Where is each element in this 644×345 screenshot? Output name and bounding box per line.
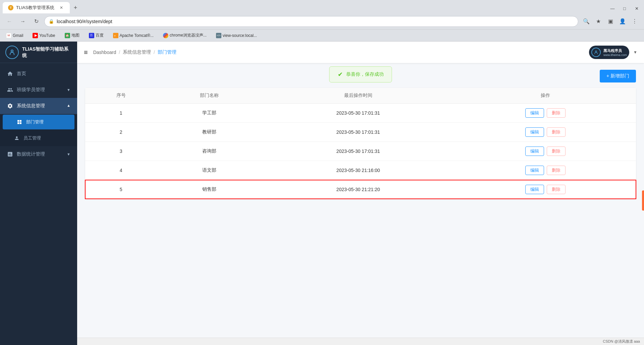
col-id: 序号: [85, 88, 157, 104]
cell-actions: 编辑删除: [455, 104, 636, 123]
sidebar-item-data-mgmt-label: 数据统计管理: [17, 151, 45, 157]
sidebar-item-system-mgmt[interactable]: 系统信息管理 ▼: [0, 98, 77, 114]
breadcrumb: Dashboard / 系统信息管理 / 部门管理: [93, 49, 176, 55]
bookmark-baidu-label: 百度: [96, 33, 104, 38]
cell-name: 咨询部: [157, 142, 262, 161]
table-row: 2教研部2023-05-30 17:01:31编辑删除: [85, 123, 636, 142]
users-icon: [7, 87, 13, 93]
bookmark-youtube[interactable]: YouTube: [31, 32, 57, 39]
tab-favicon: T: [8, 5, 13, 10]
sidebar-item-class-mgmt[interactable]: 班级学员管理 ▼: [0, 82, 77, 98]
new-tab-button[interactable]: +: [70, 2, 81, 13]
edit-button-3[interactable]: 编辑: [525, 147, 544, 156]
cell-id: 3: [85, 142, 157, 161]
cell-actions: 编辑删除: [455, 123, 636, 142]
gmail-favicon: M: [6, 33, 11, 38]
toolbar-icons: 🔍 ★ ▣ 👤 ⋮: [581, 16, 640, 27]
sidebar-navigation: 首页 班级学员管理 ▼ 系统信息管理 ▼: [0, 63, 77, 345]
app-container: TLIAS智能学习辅助系统 首页 班级学员管理 ▼: [0, 42, 644, 345]
dept-table: 序号 部门名称 最后操作时间 操作 1学工部2023-05-30 17:01:3…: [85, 88, 636, 199]
sidebar: TLIAS智能学习辅助系统 首页 班级学员管理 ▼: [0, 42, 77, 345]
bookmark-gmail-label: Gmail: [13, 33, 23, 38]
delete-button-4[interactable]: 删除: [547, 166, 566, 175]
cell-name: 销售部: [157, 180, 262, 199]
cell-id: 2: [85, 123, 157, 142]
status-text: CSDN @清风微凛 aaa: [603, 339, 640, 344]
breadcrumb-system-mgmt[interactable]: 系统信息管理: [123, 49, 151, 55]
tab-close-button[interactable]: ✕: [58, 5, 64, 11]
menu-btn[interactable]: ⋮: [629, 16, 640, 27]
add-dept-button[interactable]: + 新增部门: [600, 70, 636, 82]
reload-button[interactable]: ↻: [31, 16, 42, 27]
cell-actions: 编辑删除: [455, 180, 636, 199]
bookmark-star-btn[interactable]: ★: [593, 16, 604, 27]
col-time: 最后操作时间: [262, 88, 455, 104]
logo-icon: [5, 46, 19, 59]
cell-name: 教研部: [157, 123, 262, 142]
delete-button-5[interactable]: 删除: [547, 185, 566, 194]
search-icon-btn[interactable]: 🔍: [581, 16, 592, 27]
grid-icon: [16, 119, 23, 125]
sidebar-item-home[interactable]: 首页: [0, 66, 77, 82]
sidebar-logo: TLIAS智能学习辅助系统: [0, 42, 77, 63]
cell-time: 2023-05-30 21:16:00: [262, 161, 455, 180]
table-row: 5销售部2023-05-30 21:21:20编辑删除: [85, 180, 636, 199]
header-dropdown-arrow[interactable]: ▼: [633, 50, 637, 55]
extensions-btn[interactable]: ▣: [605, 16, 616, 27]
delete-button-1[interactable]: 删除: [547, 108, 566, 118]
edit-button-1[interactable]: 编辑: [525, 108, 544, 118]
delete-button-2[interactable]: 删除: [547, 127, 566, 137]
forward-button[interactable]: →: [17, 16, 28, 27]
address-bar[interactable]: 🔒 localhost:90/#/system/dept: [44, 16, 578, 27]
table-body: 1学工部2023-05-30 17:01:31编辑删除2教研部2023-05-3…: [85, 104, 636, 199]
bookmark-source[interactable]: </> view-source:local...: [214, 32, 259, 39]
bookmark-baidu[interactable]: 百 百度: [87, 32, 106, 39]
bookmark-source-label: view-source:local...: [223, 33, 257, 38]
settings-icon: [7, 103, 13, 109]
action-buttons: 编辑删除: [460, 108, 631, 118]
back-button[interactable]: ←: [4, 16, 15, 27]
edit-button-4[interactable]: 编辑: [525, 166, 544, 175]
col-actions: 操作: [455, 88, 636, 104]
active-tab[interactable]: T TLIAS教学管理系统 ✕: [3, 2, 70, 13]
breadcrumb-sep-1: /: [119, 50, 120, 55]
bookmark-maps[interactable]: 🏠 地图: [63, 32, 82, 39]
cell-time: 2023-05-30 21:21:20: [262, 180, 455, 199]
youtube-favicon: [33, 33, 38, 38]
edit-button-2[interactable]: 编辑: [525, 127, 544, 137]
tomcat-favicon: T: [113, 33, 118, 38]
sidebar-item-data-mgmt[interactable]: 数据统计管理 ▼: [0, 146, 77, 162]
breadcrumb-sep-2: /: [154, 50, 155, 55]
sidebar-item-employee-mgmt[interactable]: 员工管理: [0, 130, 77, 146]
main-area: ≡ Dashboard / 系统信息管理 / 部门管理: [77, 42, 644, 345]
delete-button-3[interactable]: 删除: [547, 147, 566, 156]
cell-time: 2023-05-30 17:01:31: [262, 104, 455, 123]
edit-button-5[interactable]: 编辑: [525, 185, 544, 194]
breadcrumb-current: 部门管理: [158, 49, 176, 55]
bookmarks-bar: M Gmail YouTube 🏠 地图 百 百度 T Apache Tomca…: [0, 30, 644, 42]
tab-bar: T TLIAS教学管理系统 ✕ + — □ ✕: [0, 0, 644, 13]
action-buttons: 编辑删除: [460, 185, 631, 194]
bookmark-chrome-label: chrome浏览器没声...: [170, 33, 207, 38]
sidebar-item-dept-mgmt[interactable]: 部门管理: [3, 115, 74, 129]
success-notification: ✔ 恭喜你，保存成功: [329, 66, 392, 82]
lock-icon: 🔒: [49, 19, 54, 24]
cell-actions: 编辑删除: [455, 142, 636, 161]
top-header: ≡ Dashboard / 系统信息管理 / 部门管理: [77, 42, 644, 63]
status-bar: CSDN @清风微凛 aaa: [77, 338, 644, 345]
breadcrumb-dashboard[interactable]: Dashboard: [93, 50, 116, 55]
close-button[interactable]: ✕: [632, 5, 641, 12]
bookmark-gmail[interactable]: M Gmail: [4, 32, 25, 39]
menu-toggle-button[interactable]: ≡: [84, 49, 88, 56]
sidebar-item-employee-mgmt-label: 员工管理: [23, 135, 41, 141]
bookmark-tomcat[interactable]: T Apache Tomcat®...: [111, 32, 156, 39]
bookmark-chrome[interactable]: chrome浏览器没声...: [161, 32, 209, 39]
cell-id: 4: [85, 161, 157, 180]
profile-btn[interactable]: 👤: [617, 16, 628, 27]
chart-icon: [7, 151, 13, 158]
content-area: ✔ 恭喜你，保存成功 + 新增部门 序号 部门名称 最后操作时间 操作: [77, 63, 644, 338]
minimize-button[interactable]: —: [608, 5, 617, 12]
maximize-button[interactable]: □: [620, 5, 629, 12]
table-row: 3咨询部2023-05-30 17:01:31编辑删除: [85, 142, 636, 161]
cell-name: 学工部: [157, 104, 262, 123]
